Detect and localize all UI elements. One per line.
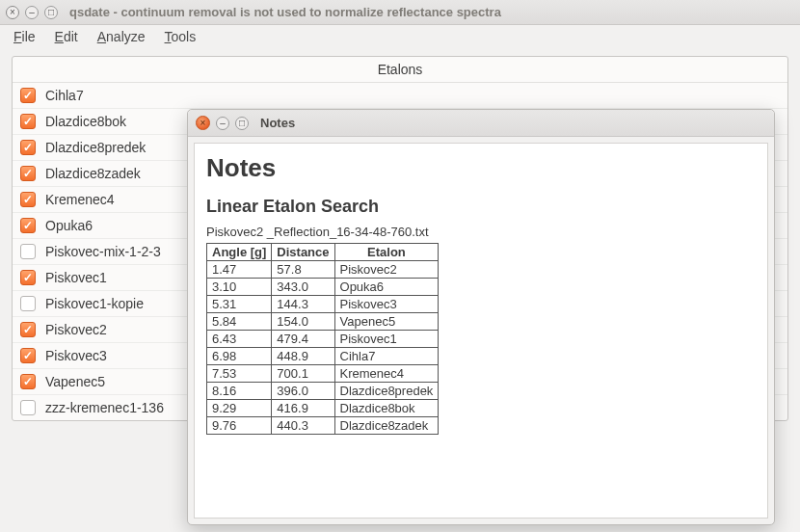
checkbox-icon[interactable] — [20, 166, 36, 181]
table-row: 8.16396.0Dlazdice8predek — [207, 383, 439, 400]
maximize-icon[interactable]: □ — [235, 117, 249, 130]
etalon-label: Cihla7 — [45, 88, 84, 103]
checkbox-icon[interactable] — [20, 140, 36, 155]
etalon-label: Opuka6 — [45, 218, 93, 233]
etalon-label: Dlazdice8zadek — [45, 166, 141, 181]
menubar: FileEditAnalyzeTools — [0, 25, 800, 50]
table-cell: 154.0 — [272, 313, 334, 331]
table-cell: 479.4 — [272, 331, 334, 348]
etalon-label: Piskovec2 — [45, 322, 107, 337]
window-title: qsdate - continuum removal is not used t… — [69, 5, 501, 19]
close-icon[interactable]: × — [6, 6, 19, 19]
checkbox-icon[interactable] — [20, 88, 36, 103]
table-cell: 144.3 — [272, 296, 334, 313]
table-row: 6.98448.9Cihla7 — [207, 348, 439, 365]
checkbox-icon[interactable] — [20, 270, 36, 285]
maximize-icon[interactable]: □ — [44, 6, 58, 19]
table-cell: 1.47 — [207, 261, 272, 279]
checkbox-icon[interactable] — [20, 400, 36, 415]
checkbox-icon[interactable] — [20, 244, 36, 259]
table-header-cell: Distance — [272, 244, 334, 261]
etalon-label: Piskovec1-kopie — [45, 296, 144, 311]
menu-tools[interactable]: Tools — [165, 29, 197, 44]
notes-window-title: Notes — [260, 116, 295, 130]
table-cell: 8.16 — [207, 383, 272, 400]
table-cell: 700.1 — [272, 365, 334, 383]
table-cell: Opuka6 — [334, 279, 439, 296]
minimize-icon[interactable]: – — [25, 6, 39, 19]
table-cell: 5.84 — [207, 313, 272, 331]
table-cell: Dlazdice8bok — [334, 400, 439, 417]
notes-subheading: Linear Etalon Search — [206, 197, 756, 217]
notes-body: Notes Linear Etalon Search Piskovec2 _Re… — [194, 143, 768, 519]
close-icon[interactable]: × — [196, 116, 210, 130]
table-cell: 57.8 — [272, 261, 334, 279]
table-row: 3.10343.0Opuka6 — [207, 279, 439, 296]
table-row: 5.84154.0Vapenec5 — [207, 313, 439, 331]
table-header-cell: Etalon — [334, 244, 439, 261]
minimize-icon[interactable]: – — [216, 117, 229, 130]
table-cell: Cihla7 — [334, 348, 439, 365]
table-cell: Dlazdice8zadek — [334, 417, 439, 435]
checkbox-icon[interactable] — [20, 114, 36, 129]
table-cell: Vapenec5 — [334, 313, 439, 331]
table-row: 5.31144.3Piskovec3 — [207, 296, 439, 313]
notes-titlebar[interactable]: × – □ Notes — [188, 110, 774, 137]
menu-edit[interactable]: Edit — [55, 29, 78, 44]
results-table: Angle [g]DistanceEtalon 1.4757.8Piskovec… — [206, 243, 439, 435]
menu-analyze[interactable]: Analyze — [97, 29, 146, 44]
table-cell: 9.76 — [207, 417, 272, 435]
table-row: 7.53700.1Kremenec4 — [207, 365, 439, 383]
table-cell: 396.0 — [272, 383, 334, 400]
checkbox-icon[interactable] — [20, 322, 36, 337]
notes-window: × – □ Notes Notes Linear Etalon Search P… — [187, 109, 775, 525]
etalons-panel-title: Etalons — [13, 57, 787, 83]
table-cell: 343.0 — [272, 279, 334, 296]
table-cell: 9.29 — [207, 400, 272, 417]
table-row: 6.43479.4Piskovec1 — [207, 331, 439, 348]
table-cell: 440.3 — [272, 417, 334, 435]
table-cell: Piskovec1 — [334, 331, 439, 348]
table-row: 1.4757.8Piskovec2 — [207, 261, 439, 279]
etalon-label: Dlazdice8bok — [45, 114, 126, 129]
table-cell: Dlazdice8predek — [334, 383, 439, 400]
checkbox-icon[interactable] — [20, 348, 36, 363]
etalon-label: Vapenec5 — [45, 374, 105, 389]
etalon-label: Piskovec1 — [45, 270, 107, 285]
table-cell: 5.31 — [207, 296, 272, 313]
main-titlebar: × – □ qsdate - continuum removal is not … — [0, 0, 800, 25]
etalon-label: Piskovec-mix-1-2-3 — [45, 244, 161, 259]
etalon-label: Piskovec3 — [45, 348, 107, 363]
table-cell: Kremenec4 — [334, 365, 439, 383]
checkbox-icon[interactable] — [20, 374, 36, 389]
etalon-label: Dlazdice8predek — [45, 140, 146, 155]
table-cell: 7.53 — [207, 365, 272, 383]
table-row: 9.29416.9Dlazdice8bok — [207, 400, 439, 417]
table-cell: 3.10 — [207, 279, 272, 296]
table-cell: 416.9 — [272, 400, 334, 417]
checkbox-icon[interactable] — [20, 192, 36, 207]
notes-filename: Piskovec2 _Reflection_16-34-48-760.txt — [206, 225, 756, 239]
table-header-cell: Angle [g] — [207, 244, 272, 261]
notes-heading: Notes — [206, 153, 756, 183]
etalon-row[interactable]: Cihla7 — [13, 83, 787, 109]
checkbox-icon[interactable] — [20, 296, 36, 311]
table-cell: Piskovec2 — [334, 261, 439, 279]
table-row: 9.76440.3Dlazdice8zadek — [207, 417, 439, 435]
etalon-label: Kremenec4 — [45, 192, 115, 207]
table-cell: Piskovec3 — [334, 296, 439, 313]
table-cell: 6.43 — [207, 331, 272, 348]
menu-file[interactable]: File — [13, 29, 36, 44]
checkbox-icon[interactable] — [20, 218, 36, 233]
table-cell: 448.9 — [272, 348, 334, 365]
etalon-label: zzz-kremenec1-136 — [45, 400, 164, 415]
table-cell: 6.98 — [207, 348, 272, 365]
